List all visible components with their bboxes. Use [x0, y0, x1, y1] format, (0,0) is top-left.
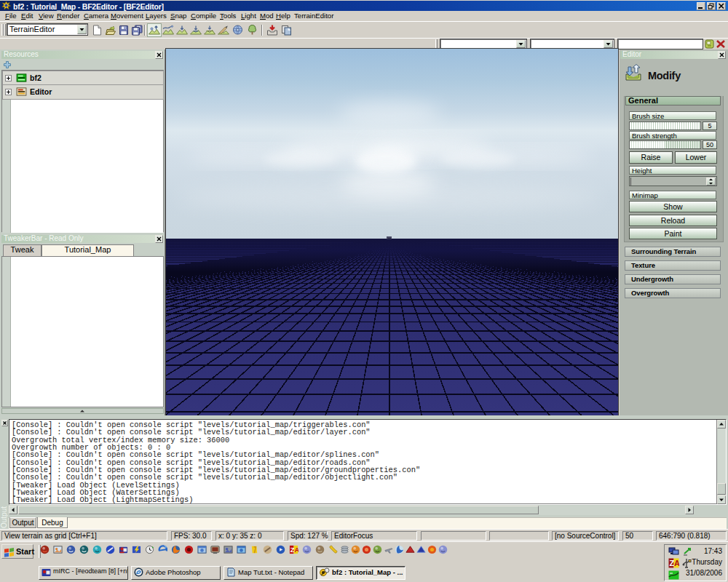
svg-text:A: A: [294, 546, 298, 554]
svg-text:Output: Output: [0, 506, 8, 528]
svg-text:A: A: [674, 559, 679, 567]
